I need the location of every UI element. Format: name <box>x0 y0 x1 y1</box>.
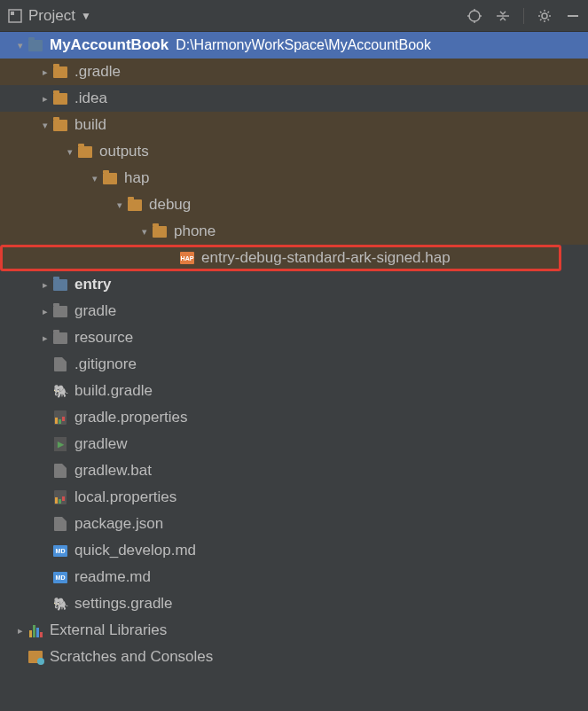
root-label: MyAccountBook <box>50 36 169 54</box>
file-label: package.json <box>74 515 163 533</box>
svg-point-8 <box>542 13 547 19</box>
svg-line-14 <box>548 19 550 20</box>
svg-line-15 <box>540 19 542 20</box>
module-folder-icon <box>27 36 44 54</box>
external-libs-label: External Libraries <box>50 621 167 639</box>
folder-label: .gradle <box>74 63 121 81</box>
scratches-icon <box>27 648 44 666</box>
project-view-selector[interactable]: Project ▼ <box>7 7 91 25</box>
folder-outputs[interactable]: ▾ outputs <box>0 138 588 165</box>
file-hap-highlighted[interactable]: HAP entry-debug-standard-ark-signed.hap <box>0 245 561 271</box>
chevron-down-icon: ▾ <box>89 173 101 184</box>
folder-gradle-dot[interactable]: ▸ .gradle <box>0 59 588 85</box>
file-quick-develop[interactable]: MD quick_develop.md <box>0 537 588 564</box>
file-label: entry-debug-standard-ark-signed.hap <box>201 249 451 267</box>
chevron-down-icon: ▾ <box>14 40 27 51</box>
scratches-consoles[interactable]: Scratches and Consoles <box>0 644 588 670</box>
folder-label: hap <box>124 169 149 187</box>
gradle-file-icon: 🐘 <box>51 382 69 400</box>
file-label: build.gradle <box>74 382 153 400</box>
project-panel: Project ▼ ▾ MyAccountBook D:\HarmonyWork… <box>0 0 588 711</box>
folder-icon <box>76 143 94 160</box>
chevron-right-icon: ▸ <box>39 279 51 291</box>
svg-line-16 <box>548 12 550 13</box>
folder-hap[interactable]: ▾ hap <box>0 165 588 191</box>
json-file-icon <box>51 515 69 533</box>
folder-label: entry <box>74 276 112 293</box>
chevron-right-icon: ▸ <box>14 625 27 637</box>
chevron-down-icon: ▾ <box>64 146 76 158</box>
chevron-right-icon: ▸ <box>39 332 51 344</box>
folder-label: phone <box>174 223 216 240</box>
chevron-down-icon: ▾ <box>39 120 51 131</box>
external-libraries[interactable]: ▸ External Libraries <box>0 617 588 644</box>
root-path: D:\HarmonyWorkSpace\MyAccountBook <box>176 37 431 53</box>
file-build-gradle[interactable]: 🐘 build.gradle <box>0 378 588 404</box>
file-package-json[interactable]: package.json <box>0 511 588 537</box>
properties-file-icon <box>51 409 69 426</box>
svg-line-13 <box>540 12 542 13</box>
project-title: Project <box>28 7 75 25</box>
markdown-file-icon: MD <box>51 542 69 559</box>
gear-icon[interactable] <box>537 8 553 24</box>
file-readme[interactable]: MD readme.md <box>0 564 588 590</box>
module-folder-icon <box>51 276 69 293</box>
project-tree: ▾ MyAccountBook D:\HarmonyWorkSpace\MyAc… <box>0 32 588 711</box>
chevron-right-icon: ▸ <box>39 93 51 105</box>
file-label: quick_develop.md <box>74 542 196 559</box>
file-label: settings.gradle <box>74 595 173 613</box>
chevron-down-icon: ▼ <box>81 10 91 22</box>
svg-rect-1 <box>11 12 14 15</box>
folder-icon <box>51 90 69 107</box>
toolbar-divider <box>523 8 524 24</box>
libraries-icon <box>27 621 44 639</box>
file-local-properties[interactable]: local.properties <box>0 484 588 511</box>
collapse-all-icon[interactable] <box>495 8 511 24</box>
file-gradlew-bat[interactable]: gradlew.bat <box>0 457 588 484</box>
folder-phone[interactable]: ▾ phone <box>0 218 588 245</box>
minimize-icon[interactable] <box>565 8 581 24</box>
file-label: gradle.properties <box>74 409 188 426</box>
folder-entry[interactable]: ▸ entry <box>0 271 588 298</box>
project-toolbar: Project ▼ <box>0 0 588 32</box>
folder-resource[interactable]: ▸ resource <box>0 324 588 351</box>
toolbar-actions <box>466 8 581 24</box>
folder-build[interactable]: ▾ build <box>0 112 588 138</box>
folder-label: resource <box>74 329 133 347</box>
folder-gradle[interactable]: ▸ gradle <box>0 298 588 324</box>
folder-debug[interactable]: ▾ debug <box>0 191 588 218</box>
chevron-right-icon: ▸ <box>39 306 51 317</box>
project-icon <box>7 8 23 24</box>
folder-label: .idea <box>74 90 107 107</box>
file-label: readme.md <box>74 568 151 586</box>
shell-file-icon: ▶ <box>51 435 69 453</box>
file-label: .gitignore <box>74 356 137 373</box>
folder-label: outputs <box>99 143 149 160</box>
resource-folder-icon <box>51 329 69 347</box>
file-label: gradlew <box>74 435 128 453</box>
properties-file-icon <box>51 488 69 506</box>
folder-icon <box>151 223 169 240</box>
file-label: gradlew.bat <box>74 462 152 480</box>
folder-icon <box>51 116 69 134</box>
file-gradle-properties[interactable]: gradle.properties <box>0 404 588 431</box>
target-icon[interactable] <box>466 8 482 24</box>
file-gitignore[interactable]: .gitignore <box>0 351 588 378</box>
file-icon <box>51 356 69 373</box>
gradle-file-icon: 🐘 <box>51 595 69 613</box>
markdown-file-icon: MD <box>51 568 69 586</box>
folder-label: gradle <box>74 302 116 320</box>
file-icon <box>51 462 69 480</box>
root-project-row[interactable]: ▾ MyAccountBook D:\HarmonyWorkSpace\MyAc… <box>0 32 588 59</box>
scratches-label: Scratches and Consoles <box>50 648 213 666</box>
file-gradlew[interactable]: ▶ gradlew <box>0 431 588 457</box>
chevron-down-icon: ▾ <box>138 226 151 238</box>
svg-point-2 <box>469 11 480 21</box>
file-settings-gradle[interactable]: 🐘 settings.gradle <box>0 590 588 617</box>
hap-file-icon: HAP <box>178 249 196 267</box>
folder-idea-dot[interactable]: ▸ .idea <box>0 85 588 112</box>
resource-folder-icon <box>51 302 69 320</box>
folder-label: debug <box>149 196 191 214</box>
chevron-right-icon: ▸ <box>39 66 51 78</box>
chevron-down-icon: ▾ <box>114 199 126 211</box>
